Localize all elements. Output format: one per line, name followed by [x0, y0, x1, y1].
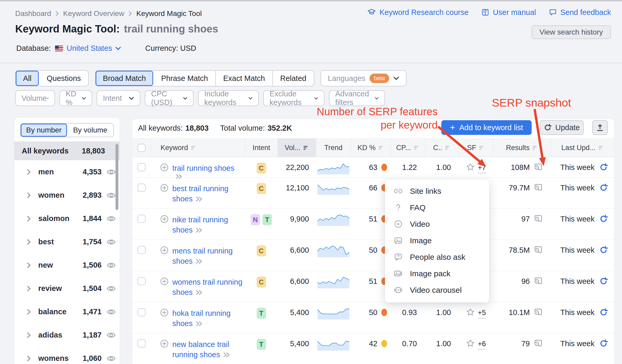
eye-icon[interactable] — [106, 308, 116, 316]
col-header-keyword[interactable]: Keyword — [151, 139, 245, 157]
add-keyword-icon[interactable] — [160, 184, 169, 192]
popup-item-video-carousel[interactable]: Video carousel — [385, 282, 489, 298]
sidebar-group-item[interactable]: women 2,893 — [14, 184, 120, 207]
breadcrumb-keyword-overview[interactable]: Keyword Overview — [63, 9, 124, 18]
row-checkbox[interactable] — [137, 308, 146, 316]
sidebar-group-item[interactable]: review 1,504 — [14, 277, 120, 300]
col-header-intent[interactable]: Intent — [245, 139, 278, 157]
row-checkbox[interactable] — [137, 215, 146, 223]
breadcrumb-dashboard[interactable]: Dashboard — [15, 9, 51, 18]
view-search-history-button[interactable]: View search history — [532, 25, 611, 39]
col-header-sf[interactable]: SF — [459, 139, 493, 157]
serp-features-count[interactable]: +5 — [478, 309, 486, 318]
sidebar-all-keywords-row[interactable]: All keywords 18,803 — [14, 141, 120, 160]
col-header-lastupd[interactable]: Last Upd... — [551, 139, 614, 157]
popup-item-video[interactable]: Video — [385, 216, 489, 232]
expand-keyword-icon[interactable] — [196, 321, 203, 327]
sidebar-group-item[interactable]: men 4,353 — [14, 160, 120, 184]
popup-item-site-links[interactable]: Site links — [385, 183, 489, 199]
sidebar-group-item[interactable]: womens 1,060 — [14, 347, 120, 364]
eye-icon[interactable] — [106, 285, 116, 292]
refresh-icon[interactable] — [599, 339, 608, 348]
sidebar-scrollbar[interactable] — [115, 144, 118, 210]
popup-item-image-pack[interactable]: Image pack — [385, 265, 489, 282]
keyword-research-course-link[interactable]: Keyword Research course — [367, 8, 469, 17]
expand-keyword-icon[interactable] — [196, 196, 203, 202]
row-checkbox[interactable] — [137, 163, 146, 171]
col-header-vol[interactable]: Vol... — [278, 139, 316, 157]
keyword-link[interactable]: trail running shoes — [172, 164, 234, 172]
keyword-link[interactable]: womens trail running shoes — [172, 278, 243, 296]
add-keyword-icon[interactable] — [160, 215, 169, 223]
col-header-results[interactable]: Results — [493, 139, 551, 157]
row-checkbox[interactable] — [137, 184, 146, 192]
serp-snapshot-icon[interactable] — [533, 183, 543, 192]
serp-snapshot-icon[interactable] — [533, 276, 543, 285]
cpc-filter-dropdown[interactable]: CPC (USD) — [145, 90, 194, 106]
col-header-c[interactable]: C.. — [425, 139, 459, 157]
intent-filter-dropdown[interactable]: Intent — [97, 90, 140, 106]
eye-icon[interactable] — [106, 262, 116, 269]
serp-snapshot-icon[interactable] — [533, 339, 543, 348]
row-checkbox[interactable] — [137, 246, 146, 254]
star-icon[interactable] — [466, 339, 475, 348]
database-selector[interactable]: United States — [67, 44, 121, 53]
expand-keyword-icon[interactable] — [196, 227, 203, 233]
expand-keyword-icon[interactable] — [196, 258, 203, 264]
refresh-icon[interactable] — [599, 246, 608, 254]
select-all-checkbox[interactable] — [137, 144, 146, 152]
star-icon[interactable] — [466, 163, 475, 172]
tab-phrase-match[interactable]: Phrase Match — [153, 71, 215, 86]
add-to-keyword-list-button[interactable]: + Add to keyword list — [441, 120, 532, 135]
tab-exact-match[interactable]: Exact Match — [215, 71, 272, 86]
refresh-icon[interactable] — [599, 163, 608, 172]
add-keyword-icon[interactable] — [160, 277, 169, 286]
volume-filter-dropdown[interactable]: Volume — [15, 90, 55, 106]
export-button[interactable] — [592, 120, 608, 135]
sidebar-group-item[interactable]: adidas 1,187 — [14, 323, 120, 347]
eye-icon[interactable] — [106, 332, 116, 339]
kd-filter-dropdown[interactable]: KD % — [59, 90, 92, 106]
tab-questions[interactable]: Questions — [39, 71, 88, 86]
serp-snapshot-icon[interactable] — [533, 245, 543, 254]
send-feedback-link[interactable]: Send feedback — [549, 8, 611, 17]
col-header-kd[interactable]: KD % — [351, 139, 391, 157]
exclude-keywords-dropdown[interactable]: Exclude keywords — [263, 90, 324, 106]
refresh-icon[interactable] — [599, 183, 608, 192]
refresh-icon[interactable] — [599, 277, 608, 285]
advanced-filters-dropdown[interactable]: Advanced filters — [329, 90, 385, 106]
tab-related[interactable]: Related — [272, 71, 314, 86]
row-checkbox[interactable] — [137, 339, 146, 348]
col-header-trend[interactable]: Trend — [316, 139, 351, 157]
serp-snapshot-icon[interactable] — [533, 214, 543, 223]
add-keyword-icon[interactable] — [160, 308, 169, 317]
add-keyword-icon[interactable] — [160, 163, 169, 172]
user-manual-link[interactable]: User manual — [481, 8, 536, 17]
row-checkbox[interactable] — [137, 277, 146, 285]
sidebar-group-item[interactable]: best 1,754 — [14, 230, 120, 253]
eye-icon[interactable] — [106, 168, 116, 176]
toggle-by-number[interactable]: By number — [21, 124, 67, 137]
tab-all[interactable]: All — [16, 71, 39, 86]
eye-icon[interactable] — [106, 192, 116, 199]
star-icon[interactable] — [466, 308, 475, 317]
toggle-by-volume[interactable]: By volume — [67, 124, 113, 137]
add-keyword-icon[interactable] — [160, 339, 169, 348]
expand-keyword-icon[interactable] — [196, 289, 203, 296]
sidebar-group-item[interactable]: salomon 1,844 — [14, 207, 120, 230]
eye-icon[interactable] — [106, 355, 116, 362]
refresh-icon[interactable] — [599, 308, 608, 317]
include-keywords-dropdown[interactable]: Include keywords — [198, 90, 259, 106]
popup-item-people-also-ask[interactable]: People also ask — [385, 249, 489, 265]
tab-broad-match[interactable]: Broad Match — [96, 71, 153, 86]
serp-features-count[interactable]: +7 — [478, 164, 486, 173]
popup-item-faq[interactable]: FAQ — [385, 199, 489, 216]
languages-dropdown[interactable]: Languages beta — [321, 70, 406, 86]
popup-item-image[interactable]: Image — [385, 232, 489, 249]
sidebar-group-item[interactable]: new 1,506 — [14, 253, 120, 277]
update-button[interactable]: Update — [540, 120, 584, 135]
add-keyword-icon[interactable] — [160, 246, 169, 255]
col-header-cp[interactable]: CP... — [391, 139, 425, 157]
serp-features-count[interactable]: +6 — [478, 340, 486, 350]
keyword-link[interactable]: new balance trail running shoes — [172, 340, 229, 359]
